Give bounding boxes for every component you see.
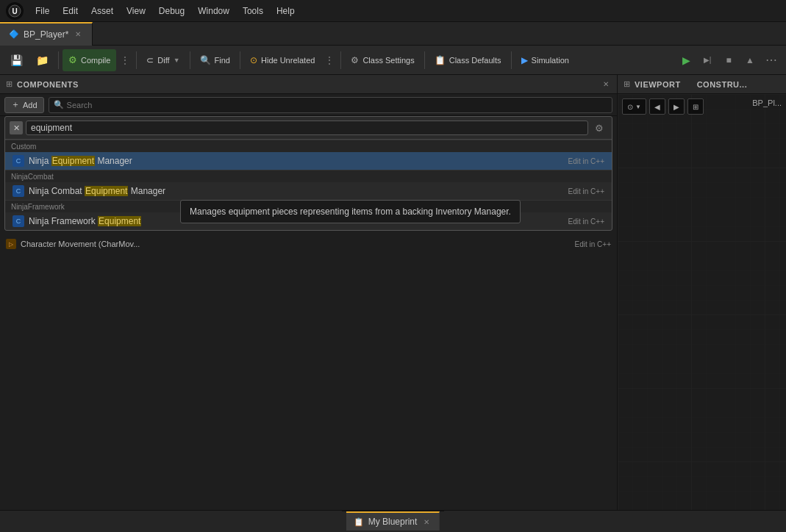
edit-cpp-btn-4[interactable]: Edit in C++ bbox=[575, 240, 611, 248]
hide-unrelated-icon: ⊙ bbox=[250, 55, 257, 65]
search-icon: 🔍 bbox=[54, 100, 64, 109]
menu-help[interactable]: Help bbox=[271, 4, 301, 18]
menu-edit[interactable]: Edit bbox=[57, 4, 84, 18]
find-icon: 🔍 bbox=[200, 55, 211, 65]
components-panel-icon: ⊞ bbox=[6, 79, 12, 89]
component-list: ▷ Character Movement (CharMov... Edit in… bbox=[0, 234, 617, 254]
toolbar-sep-4 bbox=[240, 51, 240, 69]
dropdown-item-ninja-framework[interactable]: C Ninja Framework Equipment Edit in C++ bbox=[5, 212, 612, 230]
viewport-header: ⊞ Viewport Constru... bbox=[618, 75, 786, 94]
menu-file[interactable]: File bbox=[29, 4, 55, 18]
edit-cpp-btn-2[interactable]: Edit in C++ bbox=[568, 187, 604, 195]
breadcrumb-text: BP_Pl... bbox=[752, 98, 782, 107]
dropdown-item-label-2: Ninja Combat Equipment Manager bbox=[29, 186, 165, 196]
browse-button[interactable]: 📁 bbox=[30, 49, 54, 71]
compile-more[interactable]: ⋮ bbox=[118, 50, 132, 71]
viewport-icon: ⊞ bbox=[624, 79, 630, 89]
hide-unrelated-button[interactable]: ⊙ Hide Unrelated bbox=[244, 49, 321, 71]
list-item: ▷ Character Movement (CharMov... Edit in… bbox=[0, 237, 617, 251]
svg-text:U: U bbox=[12, 7, 17, 15]
compile-button[interactable]: ⚙ Compile bbox=[62, 49, 116, 71]
main-toolbar: 💾 📁 ⚙ Compile ⋮ ⊂ Diff ▼ 🔍 Find ⊙ Hide U… bbox=[0, 46, 786, 75]
toolbar-sep-6 bbox=[424, 51, 425, 69]
tab-bar: 🔷 BP_Player* ✕ bbox=[0, 22, 786, 46]
menu-window[interactable]: Window bbox=[192, 4, 235, 18]
play-controls: ▶ ▶| ■ ▲ ⋯ bbox=[676, 50, 782, 71]
component-icon-1: C bbox=[12, 155, 24, 167]
viewport-breadcrumb: BP_Pl... bbox=[752, 98, 782, 107]
tab-bp-player[interactable]: 🔷 BP_Player* ✕ bbox=[0, 22, 93, 46]
class-settings-icon: ⚙ bbox=[351, 55, 359, 65]
dropdown-search-input[interactable] bbox=[26, 121, 588, 135]
find-label: Find bbox=[215, 56, 230, 65]
add-component-button[interactable]: ＋ Add bbox=[4, 97, 44, 113]
find-button[interactable]: 🔍 Find bbox=[194, 49, 236, 71]
nav-forward-button[interactable]: ▶ bbox=[668, 98, 685, 115]
dropdown-input-row: ✕ ⚙ bbox=[5, 117, 612, 140]
dropdown-item-ninja-equipment[interactable]: C Ninja Equipment Manager Edit in C++ bbox=[5, 152, 612, 170]
class-defaults-button[interactable]: 📋 Class Defaults bbox=[429, 49, 507, 71]
components-panel-title: Components bbox=[17, 80, 79, 89]
browse-icon: 📁 bbox=[36, 54, 49, 66]
components-panel-header: ⊞ Components ✕ bbox=[0, 75, 617, 94]
class-settings-label: Class Settings bbox=[362, 56, 414, 65]
toolbar-sep-2 bbox=[136, 51, 137, 69]
fit-view-button[interactable]: ⊞ bbox=[687, 98, 704, 115]
toolbar-sep-5 bbox=[340, 51, 341, 69]
compile-label: Compile bbox=[81, 56, 110, 65]
menu-tools[interactable]: Tools bbox=[237, 4, 269, 18]
dropdown-item-label-1: Ninja Equipment Manager bbox=[29, 156, 132, 166]
edit-cpp-btn-1[interactable]: Edit in C++ bbox=[568, 157, 604, 165]
hide-unrelated-more[interactable]: ⋮ bbox=[322, 50, 337, 71]
dropdown-item-ninja-combat[interactable]: C Ninja Combat Equipment Manager Edit in… bbox=[5, 182, 612, 200]
main-content: ⊞ Components ✕ ＋ Add 🔍 ▷ Character Movem… bbox=[0, 75, 786, 510]
save-button[interactable]: 💾 bbox=[4, 49, 29, 71]
components-search-input[interactable] bbox=[67, 101, 607, 109]
menu-bar: File Edit Asset View Debug Window Tools … bbox=[29, 4, 301, 18]
components-panel: ⊞ Components ✕ ＋ Add 🔍 ▷ Character Movem… bbox=[0, 75, 618, 510]
dropdown-gear-icon[interactable]: ⚙ bbox=[591, 120, 607, 136]
diff-button[interactable]: ⊂ Diff ▼ bbox=[140, 49, 185, 71]
construct-title: Constru... bbox=[697, 80, 748, 89]
dropdown-search: ✕ ⚙ Custom C Ninja Equipment Manager Edi… bbox=[4, 116, 612, 231]
perspective-button[interactable]: ⊙ ▼ bbox=[622, 98, 646, 115]
my-blueprint-label: My Blueprint bbox=[368, 517, 418, 527]
components-toolbar: ＋ Add 🔍 bbox=[0, 94, 617, 116]
menu-view[interactable]: View bbox=[121, 4, 151, 18]
next-frame-button[interactable]: ▶| bbox=[697, 50, 718, 71]
bottom-panel: 📋 My Blueprint ✕ ＋ Add 🔍 ⚙ bbox=[0, 510, 786, 532]
nav-back-button[interactable]: ◀ bbox=[649, 98, 665, 115]
class-defaults-label: Class Defaults bbox=[449, 56, 501, 65]
viewport-controls: ⊙ ▼ ◀ ▶ ⊞ bbox=[622, 98, 704, 115]
menu-debug[interactable]: Debug bbox=[153, 4, 190, 18]
eject-button[interactable]: ▲ bbox=[740, 50, 760, 71]
simulation-button[interactable]: ▶ Simulation bbox=[515, 49, 575, 71]
component-icon: ▷ bbox=[6, 239, 16, 249]
ue-logo: U bbox=[6, 2, 24, 20]
dropdown-section-ninjaframework: NinjaFramework bbox=[5, 200, 612, 212]
edit-cpp-btn-3[interactable]: Edit in C++ bbox=[568, 218, 604, 226]
play-more-button[interactable]: ⋯ bbox=[761, 50, 782, 71]
viewport-grid-lines bbox=[618, 94, 786, 510]
svg-rect-3 bbox=[618, 94, 786, 510]
component-icon-2: C bbox=[12, 185, 24, 197]
title-bar: U File Edit Asset View Debug Window Tool… bbox=[0, 0, 786, 22]
toolbar-sep-7 bbox=[511, 51, 512, 69]
menu-asset[interactable]: Asset bbox=[85, 4, 119, 18]
tab-close[interactable]: ✕ bbox=[73, 29, 83, 40]
dropdown-section-custom: Custom bbox=[5, 140, 612, 152]
diff-icon: ⊂ bbox=[146, 55, 154, 65]
my-blueprint-close[interactable]: ✕ bbox=[421, 517, 432, 527]
stop-button[interactable]: ■ bbox=[718, 50, 739, 71]
dropdown-clear-button[interactable]: ✕ bbox=[10, 121, 23, 134]
class-settings-button[interactable]: ⚙ Class Settings bbox=[345, 49, 420, 71]
hide-unrelated-label: Hide Unrelated bbox=[261, 56, 315, 65]
add-label: Add bbox=[23, 101, 37, 109]
component-name: Character Movement (CharMov... bbox=[21, 240, 140, 248]
viewport-grid[interactable]: ⊙ ▼ ◀ ▶ ⊞ BP_Pl... bbox=[618, 94, 786, 510]
components-panel-close[interactable]: ✕ bbox=[601, 79, 611, 90]
compile-icon: ⚙ bbox=[68, 54, 77, 65]
tab-my-blueprint[interactable]: 📋 My Blueprint ✕ bbox=[346, 511, 440, 531]
play-button[interactable]: ▶ bbox=[676, 50, 696, 71]
components-search-box: 🔍 bbox=[49, 97, 612, 113]
